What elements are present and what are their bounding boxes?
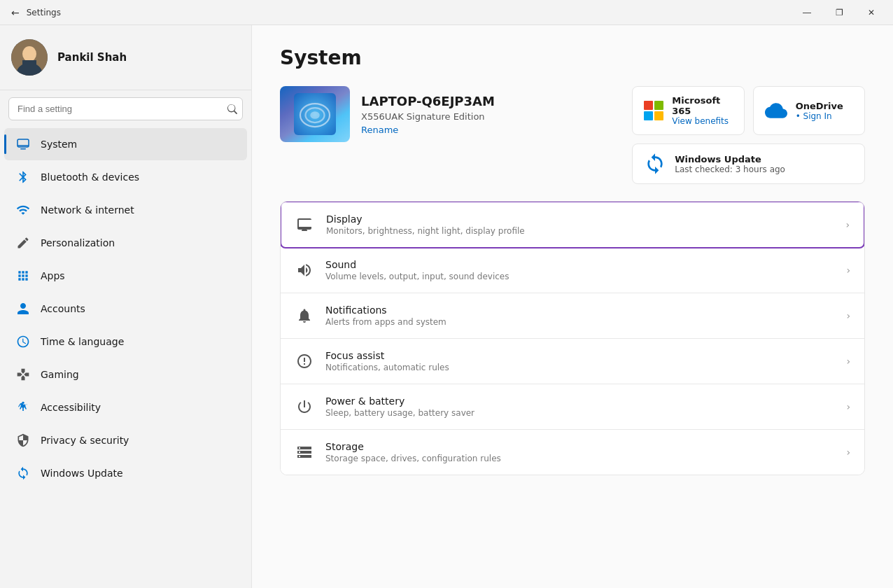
sidebar-item-apps[interactable]: Apps xyxy=(4,260,247,292)
rename-link[interactable]: Rename xyxy=(361,125,495,135)
sound-text: Sound Volume levels, output, input, soun… xyxy=(325,259,835,281)
onedrive-card[interactable]: OneDrive • Sign In xyxy=(753,86,865,135)
sidebar-item-label-accessibility: Accessibility xyxy=(41,402,101,413)
settings-list: Display Monitors, brightness, night ligh… xyxy=(280,201,865,475)
user-profile[interactable]: Pankil Shah xyxy=(0,25,251,90)
power-desc: Sleep, battery usage, battery saver xyxy=(325,408,835,418)
sidebar-item-personalization[interactable]: Personalization xyxy=(4,227,247,259)
ms365-action[interactable]: View benefits xyxy=(672,116,732,126)
onedrive-info: OneDrive • Sign In xyxy=(796,101,843,121)
sidebar-item-label-accounts: Accounts xyxy=(41,303,85,314)
windows-update-card[interactable]: Windows Update Last checked: 3 hours ago xyxy=(632,144,865,184)
accessibility-icon xyxy=(15,400,31,415)
windows-update-icon xyxy=(15,465,31,481)
notifications-icon xyxy=(295,306,314,326)
gaming-icon xyxy=(15,367,31,382)
ms365-icon xyxy=(644,101,663,120)
search-icon[interactable] xyxy=(227,104,237,114)
notifications-title: Notifications xyxy=(325,304,835,316)
personalization-icon xyxy=(15,235,31,251)
app-title: Settings xyxy=(27,8,61,18)
device-image xyxy=(280,86,350,142)
avatar xyxy=(11,39,48,76)
sidebar-item-label-time: Time & language xyxy=(41,336,124,347)
sidebar-item-gaming[interactable]: Gaming xyxy=(4,358,247,391)
svg-point-11 xyxy=(310,111,320,119)
device-info: LAPTOP-Q6EJP3AM X556UAK Signature Editio… xyxy=(361,94,495,135)
sidebar-item-label-personalization: Personalization xyxy=(41,237,115,248)
ms365-info: Microsoft 365 View benefits xyxy=(672,95,732,126)
chevron-right-icon: › xyxy=(846,310,850,321)
sidebar-nav: System Bluetooth & devices Network xyxy=(0,127,251,490)
notifications-desc: Alerts from apps and system xyxy=(325,317,835,327)
sidebar: Pankil Shah Syste xyxy=(0,25,252,588)
settings-item-notifications[interactable]: Notifications Alerts from apps and syste… xyxy=(281,293,864,339)
onedrive-action[interactable]: • Sign In xyxy=(796,111,843,121)
focus-title: Focus assist xyxy=(325,350,835,361)
svg-rect-3 xyxy=(22,60,36,67)
onedrive-icon xyxy=(765,99,787,122)
sidebar-item-privacy[interactable]: Privacy & security xyxy=(4,424,247,456)
notifications-text: Notifications Alerts from apps and syste… xyxy=(325,304,835,327)
focus-icon xyxy=(295,351,314,371)
ms365-name: Microsoft 365 xyxy=(672,95,732,116)
sidebar-item-time[interactable]: Time & language xyxy=(4,326,247,358)
sidebar-item-accessibility[interactable]: Accessibility xyxy=(4,391,247,424)
search-box xyxy=(8,97,243,120)
search-input[interactable] xyxy=(8,97,243,120)
sidebar-item-label-system: System xyxy=(41,139,77,150)
top-section: LAPTOP-Q6EJP3AM X556UAK Signature Editio… xyxy=(280,86,865,184)
settings-item-sound[interactable]: Sound Volume levels, output, input, soun… xyxy=(281,248,864,293)
device-model: X556UAK Signature Edition xyxy=(361,111,495,122)
settings-item-focus[interactable]: Focus assist Notifications, automatic ru… xyxy=(281,339,864,384)
device-card: LAPTOP-Q6EJP3AM X556UAK Signature Editio… xyxy=(280,86,618,142)
bluetooth-icon xyxy=(15,169,31,185)
chevron-right-icon: › xyxy=(846,265,850,276)
settings-item-storage[interactable]: Storage Storage space, drives, configura… xyxy=(281,430,864,475)
privacy-icon xyxy=(15,433,31,448)
svg-rect-5 xyxy=(20,148,26,150)
page-title: System xyxy=(280,46,865,69)
settings-item-display[interactable]: Display Monitors, brightness, night ligh… xyxy=(280,201,865,248)
display-icon xyxy=(295,215,315,234)
settings-item-power[interactable]: Power & battery Sleep, battery usage, ba… xyxy=(281,384,864,430)
apps-icon xyxy=(15,268,31,284)
time-icon xyxy=(15,334,31,349)
content-area: System xyxy=(252,25,893,588)
titlebar-left: ← Settings xyxy=(11,7,61,18)
focus-text: Focus assist Notifications, automatic ru… xyxy=(325,350,835,372)
power-title: Power & battery xyxy=(325,396,835,407)
app-body: Pankil Shah Syste xyxy=(0,25,893,588)
update-status: Last checked: 3 hours ago xyxy=(675,164,785,174)
close-button[interactable]: ✕ xyxy=(855,0,887,25)
minimize-button[interactable]: — xyxy=(791,0,823,25)
sidebar-item-system[interactable]: System xyxy=(4,128,247,160)
sidebar-item-label-network: Network & internet xyxy=(41,204,134,216)
sidebar-item-network[interactable]: Network & internet xyxy=(4,194,247,226)
storage-desc: Storage space, drives, configuration rul… xyxy=(325,454,835,463)
sidebar-item-bluetooth[interactable]: Bluetooth & devices xyxy=(4,161,247,193)
system-icon xyxy=(15,136,31,152)
update-name: Windows Update xyxy=(675,154,785,164)
sidebar-item-accounts[interactable]: Accounts xyxy=(4,293,247,325)
ms365-card[interactable]: Microsoft 365 View benefits xyxy=(632,86,744,135)
network-icon xyxy=(15,202,31,218)
focus-desc: Notifications, automatic rules xyxy=(325,363,835,372)
chevron-right-icon: › xyxy=(846,401,850,412)
sidebar-item-label-privacy: Privacy & security xyxy=(41,435,129,446)
maximize-button[interactable]: ❐ xyxy=(823,0,855,25)
update-info: Windows Update Last checked: 3 hours ago xyxy=(675,154,785,174)
storage-text: Storage Storage space, drives, configura… xyxy=(325,441,835,463)
titlebar: ← Settings — ❐ ✕ xyxy=(0,0,893,25)
chevron-right-icon: › xyxy=(846,356,850,367)
back-icon[interactable]: ← xyxy=(11,7,20,18)
device-name: LAPTOP-Q6EJP3AM xyxy=(361,94,495,108)
sidebar-item-label-apps: Apps xyxy=(41,270,65,281)
sidebar-item-windows-update[interactable]: Windows Update xyxy=(4,457,247,489)
chevron-right-icon: › xyxy=(845,219,850,230)
accounts-icon xyxy=(15,301,31,316)
service-cards: Microsoft 365 View benefits OneDrive xyxy=(632,86,865,184)
storage-icon xyxy=(295,442,314,462)
update-icon xyxy=(644,153,666,175)
display-desc: Monitors, brightness, night light, displ… xyxy=(326,226,834,236)
